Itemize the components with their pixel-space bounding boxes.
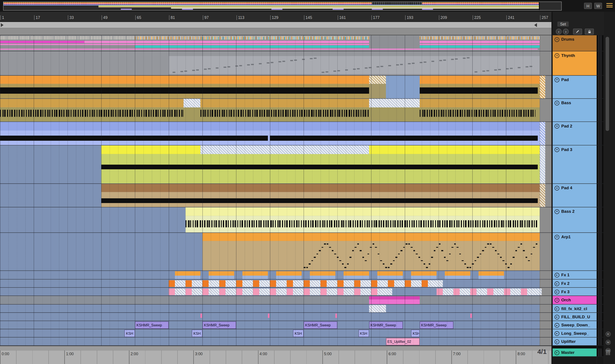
lane-long-sweep[interactable]: KSHKSHKSHKSHKSH [0,329,551,338]
track-header-pad[interactable]: ▾Pad [553,76,597,99]
clip[interactable] [0,41,84,43]
clip-fade[interactable] [242,280,253,287]
clip-fade[interactable] [192,288,202,295]
track-header-master[interactable]: ▸Master [553,348,597,357]
draw-mode-button[interactable] [573,28,582,35]
clip[interactable] [335,314,337,318]
clip-ksh[interactable]: KSH [192,330,202,337]
clip[interactable] [287,288,293,295]
clip[interactable] [219,280,226,287]
clip[interactable] [287,280,293,287]
clip[interactable] [419,46,540,48]
clip[interactable] [321,288,327,295]
clip[interactable] [202,280,209,287]
track-header-uplifter[interactable]: ▸Uplifter [553,338,597,346]
marker-strip[interactable] [0,28,551,35]
menu-icon[interactable]: ≡ [555,298,559,302]
track-header-pad-2[interactable]: ▾Pad 2 [553,122,597,145]
clip[interactable] [209,271,234,279]
fold-icon[interactable]: ▾ [555,185,559,190]
lane-pad-4[interactable] [0,184,551,207]
clip-fade[interactable] [361,288,371,295]
lane-fx-3[interactable] [0,288,551,296]
track-header-bass-2[interactable]: ▾Bass 2 [553,207,597,233]
clip-fade[interactable] [394,280,405,287]
clip[interactable] [344,271,369,279]
clip-ksh[interactable]: KSH [124,330,135,337]
play-icon[interactable]: ▸ [555,281,559,286]
clip[interactable] [270,288,276,295]
clip[interactable] [135,46,369,48]
resize-grip-icon[interactable] [606,350,610,355]
time-ruler[interactable]: 0:001:002:003:004:005:006:007:008:00 [0,350,551,364]
clip[interactable] [201,99,369,107]
track-header-bass[interactable]: ▾Bass [553,99,597,122]
clip[interactable] [388,280,394,287]
track-header-thynth[interactable]: ≡Thynth [553,52,597,76]
clip-fade[interactable] [540,184,545,207]
clip[interactable] [354,280,361,287]
play-icon[interactable]: ▸ [555,289,559,294]
fold-icon[interactable]: ▾ [555,147,559,152]
clip-fade[interactable] [377,288,392,295]
lane-pad-2[interactable] [0,122,551,145]
forward-arrow-button[interactable]: › [563,28,569,35]
clip[interactable] [219,288,226,295]
fold-icon[interactable]: ▾ [555,101,559,105]
arrangement-overview-minimap[interactable] [3,1,562,11]
clip[interactable] [521,288,527,295]
track-header-orch[interactable]: ≡Orch [553,296,597,304]
lane-bass-2[interactable] [0,207,551,233]
clip-ksh[interactable]: KSH [293,330,304,337]
clip-fade[interactable] [377,280,388,287]
track-header-fx-1[interactable]: ▸Fx 1 [553,271,597,279]
clip[interactable] [175,271,201,279]
clip[interactable] [419,99,540,107]
clip[interactable] [253,288,259,295]
clip[interactable] [310,271,335,279]
track-header-pad-4[interactable]: ▾Pad 4 [553,184,597,207]
set-button[interactable]: Set [557,22,569,26]
clip-fade[interactable] [540,145,545,184]
clip[interactable] [242,271,268,279]
track-header-arp1[interactable]: ▾Arp1 [553,233,597,271]
clip-fade[interactable] [344,280,354,287]
track-header-fx-2[interactable]: ▸Fx 2 [553,279,597,287]
clip-fade[interactable] [476,288,487,295]
track-header-sweep-down[interactable]: ▸Sweep_Down_ [553,321,597,329]
clip-kshmr-sweep[interactable]: KSHMR_Sweep [419,321,453,329]
clip-fade[interactable] [493,288,504,295]
clip[interactable] [270,280,276,287]
fold-icon[interactable]: ▾ [555,234,559,239]
track-header-fx-3[interactable]: ▸Fx 3 [553,288,597,296]
clip-fade[interactable] [510,288,521,295]
clip[interactable] [253,280,259,287]
clip[interactable] [169,288,175,295]
clip[interactable] [369,145,540,154]
lane-pad[interactable] [0,76,551,99]
clip[interactable] [84,41,369,43]
clip-fade[interactable] [540,76,545,99]
menu-icon[interactable]: ≡ [555,53,559,58]
lane-pad-3[interactable] [0,145,551,184]
clip-ksh[interactable]: KSH [358,330,369,337]
clip-kshmr-sweep[interactable]: KSHMR_Sweep [369,321,402,329]
lane-uplifter[interactable]: ES_Uplifter_02 [0,338,551,346]
clip[interactable] [436,288,443,295]
indicator-r[interactable]: R [605,332,611,337]
clip-fade[interactable] [327,288,337,295]
clip[interactable] [419,41,540,43]
clip-fade[interactable] [540,122,545,145]
vertical-scrollbar[interactable] [605,37,609,131]
clip[interactable] [304,280,310,287]
fold-icon[interactable]: ▾ [555,77,559,82]
clip[interactable] [487,288,493,295]
clip-fade[interactable] [175,280,186,287]
clip-fade[interactable] [443,288,453,295]
lane-arp1[interactable] [0,233,551,271]
clip[interactable] [0,44,369,45]
clip[interactable] [0,76,369,84]
clip[interactable] [337,288,344,295]
clip-fade[interactable] [192,280,202,287]
clip-fade[interactable] [361,280,371,287]
